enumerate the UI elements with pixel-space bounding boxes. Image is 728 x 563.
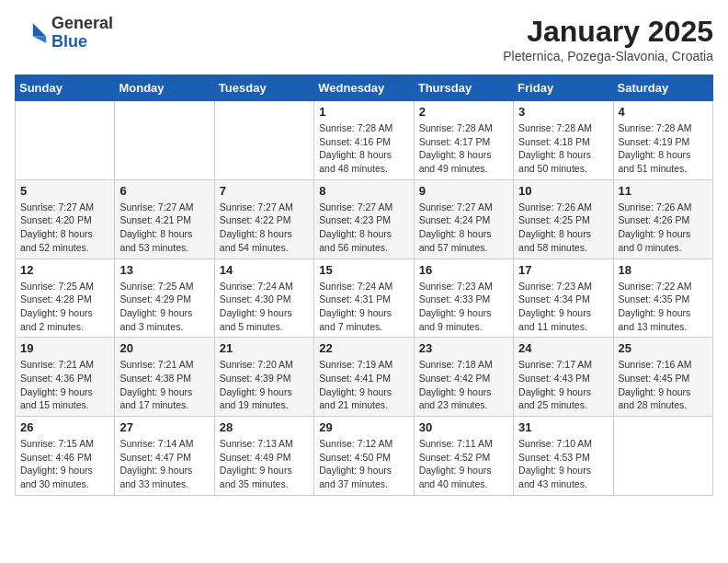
day-number: 7 [220,184,309,198]
logo-icon [15,17,48,50]
weekday-header-wednesday: Wednesday [314,75,414,101]
calendar-week-row: 19Sunrise: 7:21 AMSunset: 4:36 PMDayligh… [16,338,713,417]
day-info: Sunrise: 7:22 AMSunset: 4:35 PMDaylight:… [619,280,708,334]
day-info: Sunrise: 7:27 AMSunset: 4:23 PMDaylight:… [319,201,408,255]
calendar-cell: 28Sunrise: 7:13 AMSunset: 4:49 PMDayligh… [214,417,313,496]
calendar-week-row: 5Sunrise: 7:27 AMSunset: 4:20 PMDaylight… [16,179,713,259]
day-number: 13 [119,263,209,277]
day-number: 19 [20,341,109,355]
day-number: 27 [119,420,209,434]
calendar-cell: 25Sunrise: 7:16 AMSunset: 4:45 PMDayligh… [613,338,712,417]
calendar-cell: 21Sunrise: 7:20 AMSunset: 4:39 PMDayligh… [214,338,313,417]
day-info: Sunrise: 7:11 AMSunset: 4:52 PMDaylight:… [419,437,508,491]
day-info: Sunrise: 7:27 AMSunset: 4:24 PMDaylight:… [419,201,508,255]
day-info: Sunrise: 7:28 AMSunset: 4:19 PMDaylight:… [619,121,708,176]
calendar-cell [115,101,214,180]
weekday-header-friday: Friday [514,75,613,101]
calendar-cell [613,417,712,496]
logo: General Blue [15,15,113,52]
calendar-cell: 23Sunrise: 7:18 AMSunset: 4:42 PMDayligh… [414,338,513,417]
calendar-week-row: 1Sunrise: 7:28 AMSunset: 4:16 PMDaylight… [16,101,713,180]
day-info: Sunrise: 7:21 AMSunset: 4:36 PMDaylight:… [20,358,109,412]
calendar-cell: 17Sunrise: 7:23 AMSunset: 4:34 PMDayligh… [514,259,613,338]
day-number: 20 [119,341,209,355]
day-number: 29 [319,420,408,434]
day-number: 30 [419,420,508,434]
weekday-header-saturday: Saturday [613,75,712,101]
svg-marker-0 [33,23,46,36]
day-number: 21 [220,341,309,355]
day-number: 18 [619,263,708,277]
calendar-cell: 12Sunrise: 7:25 AMSunset: 4:28 PMDayligh… [16,259,115,338]
calendar-cell: 1Sunrise: 7:28 AMSunset: 4:16 PMDaylight… [314,101,414,180]
calendar-cell: 5Sunrise: 7:27 AMSunset: 4:20 PMDaylight… [16,179,115,259]
day-info: Sunrise: 7:27 AMSunset: 4:20 PMDaylight:… [20,201,109,255]
calendar-cell: 22Sunrise: 7:19 AMSunset: 4:41 PMDayligh… [314,338,414,417]
day-info: Sunrise: 7:27 AMSunset: 4:22 PMDaylight:… [220,201,309,255]
weekday-header-tuesday: Tuesday [214,75,313,101]
calendar-cell: 20Sunrise: 7:21 AMSunset: 4:38 PMDayligh… [115,338,214,417]
day-info: Sunrise: 7:26 AMSunset: 4:26 PMDaylight:… [619,201,708,255]
day-info: Sunrise: 7:23 AMSunset: 4:34 PMDaylight:… [518,280,608,334]
day-number: 4 [619,105,708,119]
day-number: 2 [419,105,508,119]
day-number: 15 [319,263,408,277]
day-number: 8 [319,184,408,198]
day-number: 31 [518,420,608,434]
weekday-header-row: SundayMondayTuesdayWednesdayThursdayFrid… [16,75,713,101]
day-info: Sunrise: 7:18 AMSunset: 4:42 PMDaylight:… [419,358,508,412]
day-info: Sunrise: 7:16 AMSunset: 4:45 PMDaylight:… [619,358,708,412]
calendar-cell: 9Sunrise: 7:27 AMSunset: 4:24 PMDaylight… [414,179,513,259]
day-number: 5 [20,184,109,198]
calendar-week-row: 26Sunrise: 7:15 AMSunset: 4:46 PMDayligh… [16,417,713,496]
calendar-cell: 11Sunrise: 7:26 AMSunset: 4:26 PMDayligh… [613,179,712,259]
calendar-cell: 30Sunrise: 7:11 AMSunset: 4:52 PMDayligh… [414,417,513,496]
day-number: 26 [20,420,109,434]
calendar-cell: 2Sunrise: 7:28 AMSunset: 4:17 PMDaylight… [414,101,513,180]
day-info: Sunrise: 7:12 AMSunset: 4:50 PMDaylight:… [319,437,408,491]
calendar-cell: 6Sunrise: 7:27 AMSunset: 4:21 PMDaylight… [115,179,214,259]
day-number: 24 [518,341,608,355]
calendar-table: SundayMondayTuesdayWednesdayThursdayFrid… [15,75,713,496]
day-number: 3 [518,105,608,119]
day-number: 1 [319,105,408,119]
weekday-header-sunday: Sunday [16,75,115,101]
logo-blue-text: Blue [51,32,87,51]
calendar-cell: 3Sunrise: 7:28 AMSunset: 4:18 PMDaylight… [514,101,613,180]
day-info: Sunrise: 7:28 AMSunset: 4:18 PMDaylight:… [518,121,608,176]
day-number: 16 [419,263,508,277]
day-number: 23 [419,341,508,355]
day-info: Sunrise: 7:23 AMSunset: 4:33 PMDaylight:… [419,280,508,334]
calendar-cell: 13Sunrise: 7:25 AMSunset: 4:29 PMDayligh… [115,259,214,338]
day-number: 17 [518,263,608,277]
weekday-header-monday: Monday [115,75,214,101]
day-info: Sunrise: 7:19 AMSunset: 4:41 PMDaylight:… [319,358,408,412]
day-info: Sunrise: 7:20 AMSunset: 4:39 PMDaylight:… [220,358,309,412]
calendar-cell: 29Sunrise: 7:12 AMSunset: 4:50 PMDayligh… [314,417,414,496]
calendar-cell: 10Sunrise: 7:26 AMSunset: 4:25 PMDayligh… [514,179,613,259]
calendar-cell: 31Sunrise: 7:10 AMSunset: 4:53 PMDayligh… [514,417,613,496]
day-info: Sunrise: 7:28 AMSunset: 4:16 PMDaylight:… [319,121,408,176]
day-number: 22 [319,341,408,355]
calendar-cell: 8Sunrise: 7:27 AMSunset: 4:23 PMDaylight… [314,179,414,259]
day-info: Sunrise: 7:15 AMSunset: 4:46 PMDaylight:… [20,437,109,491]
day-number: 11 [619,184,708,198]
day-info: Sunrise: 7:17 AMSunset: 4:43 PMDaylight:… [518,358,608,412]
day-info: Sunrise: 7:25 AMSunset: 4:29 PMDaylight:… [119,280,209,334]
day-number: 9 [419,184,508,198]
title-block: January 2025 Pleternica, Pozega-Slavonia… [503,15,713,63]
calendar-cell: 19Sunrise: 7:21 AMSunset: 4:36 PMDayligh… [16,338,115,417]
day-info: Sunrise: 7:27 AMSunset: 4:21 PMDaylight:… [119,201,209,255]
day-info: Sunrise: 7:24 AMSunset: 4:31 PMDaylight:… [319,280,408,334]
calendar-cell: 7Sunrise: 7:27 AMSunset: 4:22 PMDaylight… [214,179,313,259]
day-number: 28 [220,420,309,434]
day-info: Sunrise: 7:28 AMSunset: 4:17 PMDaylight:… [419,121,508,176]
day-info: Sunrise: 7:14 AMSunset: 4:47 PMDaylight:… [119,437,209,491]
day-info: Sunrise: 7:13 AMSunset: 4:49 PMDaylight:… [220,437,309,491]
calendar-cell [16,101,115,180]
weekday-header-thursday: Thursday [414,75,513,101]
calendar-cell: 26Sunrise: 7:15 AMSunset: 4:46 PMDayligh… [16,417,115,496]
day-number: 25 [619,341,708,355]
calendar-cell [214,101,313,180]
location-subtitle: Pleternica, Pozega-Slavonia, Croatia [503,49,713,63]
